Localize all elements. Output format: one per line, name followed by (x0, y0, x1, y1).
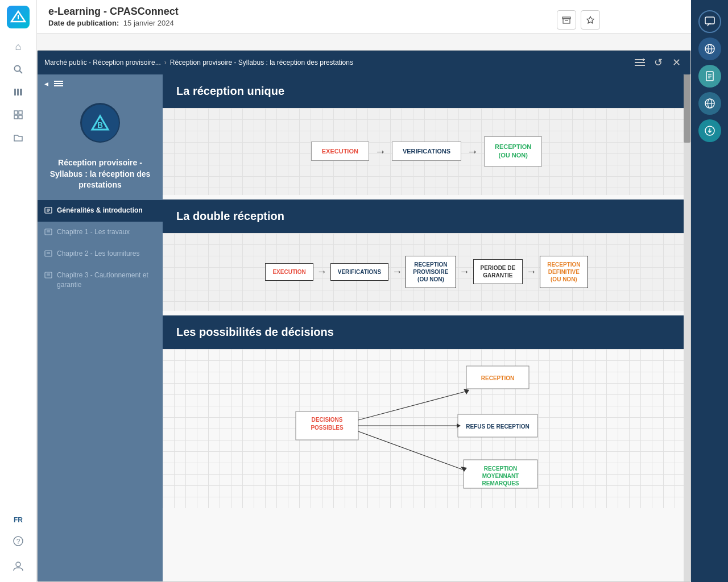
date-value: 15 janvier 2024 (123, 19, 174, 27)
course-viewer: Marché public - Réception provisoire... … (37, 50, 691, 582)
reception-unique-flowchart: EXECUTION → VERIFICATIONS → RECEPTION(OU… (174, 119, 679, 184)
flow2-garantie: PERIODE DEGARANTIE (473, 259, 523, 284)
scrollbar-track[interactable] (684, 74, 690, 581)
flow2-reception-provisoire: RECEPTIONPROVISOIRE(OU NON) (406, 256, 456, 288)
home-icon[interactable]: ⌂ (8, 36, 28, 57)
breadcrumb: Marché public - Réception provisoire... … (44, 59, 353, 66)
flow-reception: RECEPTION(OU NON) (484, 136, 542, 167)
svg-rect-15 (563, 19, 570, 23)
menu-item-chapitre1[interactable]: Chapitre 1 - Les travaux (38, 222, 163, 243)
menu-item-icon (44, 228, 52, 238)
flow-verifications-label: VERIFICATIONS (403, 148, 450, 155)
section-gap1 (163, 195, 690, 199)
svg-point-13 (16, 562, 20, 567)
course-content[interactable]: La réception unique EXECUTION → VERIFICA… (163, 74, 690, 581)
section1-body: EXECUTION → VERIFICATIONS → RECEPTION(OU… (163, 108, 690, 195)
menu-item-generalites[interactable]: Généralités & introduction (38, 200, 163, 222)
breadcrumb-part2: Réception provisoire - Syllabus : la réc… (170, 59, 353, 66)
svg-line-3 (20, 71, 23, 74)
viewer-header-actions: ↺ ✕ (632, 55, 684, 70)
flow-verifications: VERIFICATIONS (392, 142, 461, 161)
left-sidebar: ⌂ FR ? (0, 0, 37, 582)
folder-icon[interactable] (8, 127, 28, 148)
language-selector[interactable]: FR (14, 516, 23, 524)
menu-item-label: Chapitre 3 - Cautionnement et garantie (57, 271, 156, 290)
flow2-arrow1: → (317, 266, 327, 278)
menu-item-label: Chapitre 2 - Les fournitures (57, 249, 139, 259)
section2-title: La double réception (176, 210, 677, 223)
viewer-header: Marché public - Réception provisoire... … (38, 51, 690, 74)
flow2-arrow2: → (392, 266, 402, 278)
svg-rect-10 (19, 115, 22, 119)
breadcrumb-separator: › (164, 59, 167, 66)
download-button[interactable] (698, 119, 721, 142)
svg-text:B: B (97, 120, 103, 130)
decisions-diagram: DECISIONS POSSIBLES RECEPTION REFUS DE R… (163, 349, 690, 508)
svg-text:?: ? (16, 538, 20, 546)
course-logo: B (80, 103, 120, 143)
viewer-menu-icon[interactable] (632, 55, 647, 70)
flow-execution: EXECUTION (311, 142, 369, 161)
top-actions (557, 10, 600, 30)
link-button[interactable] (698, 38, 721, 60)
breadcrumb-part1: Marché public - Réception provisoire... (44, 59, 161, 66)
svg-text:REFUS DE RECEPTION: REFUS DE RECEPTION (466, 423, 530, 430)
scrollbar-thumb[interactable] (684, 74, 690, 143)
favorite-button[interactable] (581, 10, 600, 30)
menu-item-chapitre2[interactable]: Chapitre 2 - Les fournitures (38, 243, 163, 265)
grid-icon[interactable] (8, 105, 28, 125)
svg-rect-18 (705, 17, 714, 24)
flow2-reception-definitive: RECEPTIONDEFINITIVE(OU NON) (540, 256, 588, 288)
help-icon[interactable]: ? (8, 531, 28, 551)
globe-button[interactable] (698, 92, 721, 115)
svg-rect-5 (17, 89, 19, 95)
svg-text:DECISIONS: DECISIONS (311, 417, 342, 423)
menu-item-label: Généralités & introduction (57, 206, 143, 215)
flow2-arrow3: → (460, 266, 470, 278)
flow-arrow1: → (375, 145, 386, 158)
archive-button[interactable] (557, 10, 576, 30)
flow-arrow2: → (467, 145, 478, 158)
course-sidebar: ◂ B Réception p (38, 74, 163, 581)
decision-inner: DECISIONS POSSIBLES RECEPTION REFUS DE R… (290, 360, 563, 497)
svg-rect-7 (14, 111, 18, 114)
app-logo[interactable] (7, 6, 30, 28)
svg-rect-4 (14, 89, 16, 95)
document-button[interactable] (698, 65, 721, 88)
date-label: Date de publication: (48, 19, 119, 27)
svg-rect-6 (20, 89, 22, 95)
section1-title: La réception unique (176, 85, 677, 98)
menu-item-chapitre3[interactable]: Chapitre 3 - Cautionnement et garantie (38, 265, 163, 296)
menu-item-icon (44, 206, 52, 216)
svg-rect-9 (14, 115, 18, 119)
course-title: Réception provisoire - Syllabus : la réc… (38, 153, 163, 200)
viewer-body: ◂ B Réception p (38, 74, 690, 581)
chat-button[interactable] (698, 10, 721, 33)
svg-rect-8 (19, 111, 22, 114)
svg-text:POSSIBLES: POSSIBLES (311, 425, 344, 431)
viewer-refresh-icon[interactable]: ↺ (651, 55, 665, 70)
right-sidebar (691, 0, 728, 582)
menu-item-icon (44, 250, 52, 259)
svg-marker-17 (587, 16, 594, 23)
flow-execution-label: EXECUTION (322, 148, 358, 155)
section2-header: La double réception (163, 199, 690, 233)
svg-text:REMARQUES: REMARQUES (482, 480, 519, 487)
search-icon[interactable] (8, 59, 28, 80)
flow2-execution: EXECUTION (265, 263, 313, 281)
svg-text:RECEPTION: RECEPTION (481, 375, 514, 381)
library-icon[interactable] (8, 82, 28, 102)
svg-point-2 (15, 66, 20, 72)
svg-line-65 (358, 392, 465, 420)
viewer-close-icon[interactable]: ✕ (669, 55, 684, 70)
svg-line-69 (358, 431, 462, 469)
svg-text:RECEPTION: RECEPTION (484, 465, 517, 472)
section3-title: Les possibilités de décisions (176, 326, 677, 339)
sidebar-toggle[interactable]: ◂ (38, 74, 163, 93)
double-reception-flowchart: EXECUTION → VERIFICATIONS → RECEPTIONPRO… (174, 244, 679, 300)
section3-header: Les possibilités de décisions (163, 315, 690, 349)
svg-text:MOYENNANT: MOYENNANT (482, 473, 519, 479)
main-content: Marché public - Réception provisoire... … (37, 50, 691, 582)
user-icon[interactable] (8, 556, 28, 576)
menu-item-label: Chapitre 1 - Les travaux (57, 227, 130, 237)
